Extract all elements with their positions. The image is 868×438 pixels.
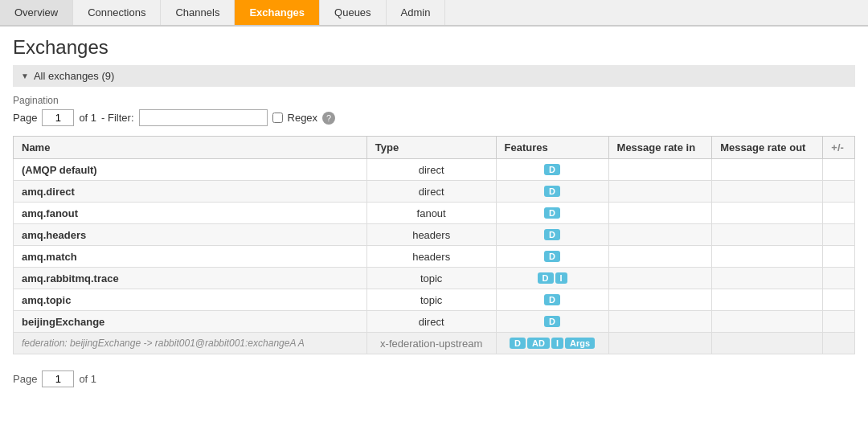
cell-type: direct — [366, 181, 496, 203]
nav-item-channels[interactable]: Channels — [161, 0, 235, 25]
cell-plusminus — [823, 268, 855, 289]
cell-name: beijingExchange — [14, 311, 367, 333]
cell-plusminus — [823, 311, 855, 333]
cell-features: DADIArgs — [496, 333, 608, 354]
cell-features: D — [496, 203, 608, 224]
pagination-controls: Page of 1 - Filter: Regex ? — [13, 109, 855, 126]
feature-badge-i: I — [551, 338, 563, 349]
nav-item-overview[interactable]: Overview — [0, 0, 73, 25]
cell-name: amq.headers — [14, 224, 367, 246]
cell-type: topic — [366, 268, 496, 289]
cell-rate-in — [608, 311, 712, 333]
th-name: Name — [14, 137, 367, 159]
cell-rate-in — [608, 268, 712, 289]
cell-plusminus — [823, 159, 855, 181]
cell-features: D — [496, 159, 608, 181]
footer-pagination: Page of 1 — [0, 364, 868, 394]
section-header[interactable]: ▼ All exchanges (9) — [13, 65, 855, 87]
table-row[interactable]: (AMQP default)directD — [14, 159, 855, 181]
cell-plusminus — [823, 181, 855, 203]
feature-badge-d: D — [510, 338, 526, 349]
feature-badge-args: Args — [565, 338, 595, 349]
table-row[interactable]: amq.directdirectD — [14, 181, 855, 203]
th-rate-out: Message rate out — [712, 137, 823, 159]
footer-page-label: Page — [13, 373, 37, 385]
cell-features: D — [496, 289, 608, 311]
cell-rate-in — [608, 203, 712, 224]
table-row[interactable]: amq.matchheadersD — [14, 246, 855, 268]
nav-bar: OverviewConnectionsChannelsExchangesQueu… — [0, 0, 868, 27]
pagination-label: Pagination — [13, 95, 855, 106]
cell-rate-out — [712, 181, 823, 203]
cell-rate-out — [712, 224, 823, 246]
nav-item-exchanges[interactable]: Exchanges — [235, 0, 320, 25]
th-type: Type — [366, 137, 496, 159]
pagination-section: Pagination Page of 1 - Filter: Regex ? — [13, 95, 855, 126]
cell-rate-in — [608, 333, 712, 354]
table-row[interactable]: amq.rabbitmq.tracetopicDI — [14, 268, 855, 289]
footer-page-input[interactable] — [42, 370, 74, 387]
page-title: Exchanges — [13, 36, 855, 59]
th-plusminus[interactable]: +/- — [823, 137, 855, 159]
page-content: Exchanges ▼ All exchanges (9) Pagination… — [0, 27, 868, 364]
cell-name: amq.match — [14, 246, 367, 268]
feature-badge-d: D — [544, 164, 560, 175]
cell-rate-in — [608, 246, 712, 268]
cell-type: headers — [366, 246, 496, 268]
feature-badge-d: D — [544, 207, 560, 219]
feature-badge-d: D — [544, 229, 560, 240]
cell-name: (AMQP default) — [14, 159, 367, 181]
table-row[interactable]: beijingExchangedirectD — [14, 311, 855, 333]
cell-type: direct — [366, 311, 496, 333]
cell-rate-in — [608, 181, 712, 203]
feature-badge-d: D — [544, 294, 560, 305]
cell-rate-out — [712, 268, 823, 289]
nav-item-queues[interactable]: Queues — [320, 0, 387, 25]
feature-badge-d: D — [538, 272, 554, 284]
cell-name: amq.rabbitmq.trace — [14, 268, 367, 289]
cell-name: amq.topic — [14, 289, 367, 311]
cell-features: D — [496, 311, 608, 333]
page-input[interactable] — [42, 109, 74, 126]
nav-item-connections[interactable]: Connections — [73, 0, 161, 25]
of-label: of 1 — [79, 112, 96, 124]
cell-features: D — [496, 224, 608, 246]
th-features: Features — [496, 137, 608, 159]
table-row[interactable]: federation: beijingExchange -> rabbit001… — [14, 333, 855, 354]
cell-plusminus — [823, 289, 855, 311]
feature-badge-i: I — [555, 272, 567, 284]
regex-checkbox[interactable] — [272, 113, 283, 123]
cell-type: direct — [366, 159, 496, 181]
cell-plusminus — [823, 224, 855, 246]
cell-rate-out — [712, 159, 823, 181]
cell-rate-out — [712, 311, 823, 333]
table-row[interactable]: amq.headersheadersD — [14, 224, 855, 246]
cell-plusminus — [823, 203, 855, 224]
cell-features: DI — [496, 268, 608, 289]
section-arrow-icon: ▼ — [21, 72, 29, 80]
cell-type: fanout — [366, 203, 496, 224]
exchanges-table: Name Type Features Message rate in Messa… — [13, 136, 855, 354]
feature-badge-d: D — [544, 316, 560, 327]
table-row[interactable]: amq.topictopicD — [14, 289, 855, 311]
footer-of-label: of 1 — [79, 373, 96, 385]
table-row[interactable]: amq.fanoutfanoutD — [14, 203, 855, 224]
cell-type: x-federation-upstream — [366, 333, 496, 354]
cell-rate-in — [608, 224, 712, 246]
help-icon[interactable]: ? — [322, 112, 335, 125]
cell-rate-out — [712, 333, 823, 354]
table-header-row: Name Type Features Message rate in Messa… — [14, 137, 855, 159]
section-header-label: All exchanges (9) — [34, 70, 114, 82]
cell-features: D — [496, 181, 608, 203]
page-label: Page — [13, 112, 37, 124]
cell-name: federation: beijingExchange -> rabbit001… — [14, 333, 367, 354]
cell-rate-out — [712, 246, 823, 268]
th-rate-in: Message rate in — [608, 137, 712, 159]
filter-input[interactable] — [139, 109, 268, 126]
cell-rate-in — [608, 159, 712, 181]
cell-name: amq.fanout — [14, 203, 367, 224]
cell-rate-out — [712, 289, 823, 311]
cell-plusminus — [823, 246, 855, 268]
nav-item-admin[interactable]: Admin — [387, 0, 446, 25]
cell-rate-in — [608, 289, 712, 311]
